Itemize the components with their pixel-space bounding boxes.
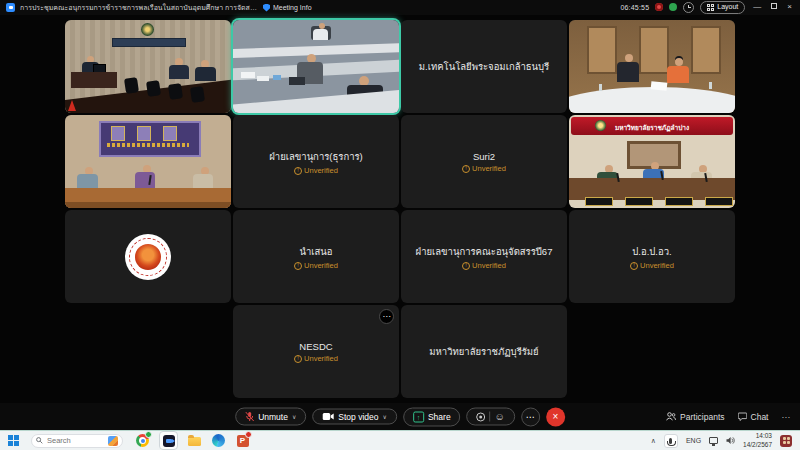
meeting-info-button[interactable]: Meeting Info [263,4,312,12]
maximize-button[interactable] [769,3,779,11]
speaker-icon[interactable] [726,436,735,445]
search-highlights-icon[interactable] [108,436,118,446]
zoom-taskbar-icon[interactable] [159,431,178,450]
name-plate [585,197,613,206]
info-icon: ! [462,165,470,173]
bottle [709,82,712,89]
record-indicator[interactable] [655,3,663,11]
info-icon: ! [630,262,638,270]
language-indicator[interactable]: ENG [686,437,701,444]
chat-label: Chat [751,412,769,422]
video-tile-presenter[interactable]: นำเสนอ ! Unverified [233,210,399,303]
wall-banner [112,38,186,47]
more-right-button[interactable]: ⋯ [782,412,791,422]
video-tile-lampang-rajabhat[interactable]: มหาวิทยาลัยราชภัฏลำปาง [569,115,735,208]
tray-mic-icon[interactable] [664,434,678,448]
tray-chevron-up-icon[interactable]: ∧ [651,437,656,445]
portrait [111,126,125,141]
participant-name: NESDC [299,341,332,352]
clock-date: 14/2/2567 [743,441,772,449]
powerpoint-badge [245,431,252,438]
unverified-label: Unverified [304,262,338,270]
camera-icon [322,413,334,421]
video-tile-buriram-rajabhat[interactable]: มหาวิทยาลัยราชภัฏบุรีรัมย์ [401,305,567,398]
video-tile-purple-sign-room[interactable] [65,115,231,208]
network-monitor-icon[interactable] [709,437,718,444]
table-edge [65,202,231,208]
clock-icon[interactable] [683,2,694,13]
taskbar-clock[interactable]: 14:03 14/2/2567 [743,432,772,448]
edge-icon[interactable] [211,433,226,448]
video-tile-po-po-ow[interactable]: ป.อ.ป.อว. ! Unverified [569,210,735,303]
video-tile-active-speaker[interactable] [233,20,399,113]
connection-status-indicator[interactable] [669,3,677,11]
video-tile-emblem-avatar[interactable] [65,210,231,303]
video-tile-suri2[interactable]: Suri2 ! Unverified [401,115,567,208]
stop-video-button[interactable]: Stop video ∨ [312,408,397,425]
minimize-button[interactable]: — [751,3,763,11]
video-frame [65,115,231,208]
chrome-icon[interactable] [135,433,150,448]
meeting-timer: 06:45:55 [620,4,649,11]
share-label: Share [428,412,451,421]
garuda-emblem-icon [135,244,161,270]
unverified-badge: ! Unverified [462,262,506,270]
folder [273,75,281,80]
chevron-down-icon[interactable]: ∨ [292,414,296,420]
wall-emblem [141,23,154,36]
chair [124,77,139,94]
meeting-title: การประชุมคณะอนุกรรมการข้าราชการพลเรือนใน… [20,2,258,13]
powerpoint-icon[interactable]: P [235,433,250,448]
tray-notification-icon[interactable] [780,435,792,447]
file-explorer-icon[interactable] [187,433,202,448]
more-controls-button[interactable]: ⋯ [521,407,540,426]
shield-icon [263,4,270,12]
video-tile-secretariat[interactable]: ฝ่ายเลขานุการ(ธุรการ) ! Unverified [233,115,399,208]
paper [241,72,255,78]
chair [190,86,205,103]
search-icon [36,437,43,444]
chevron-down-icon[interactable]: ∨ [383,414,387,420]
sign-text [107,143,189,147]
university-banner-text: มหาวิทยาลัยราชภัฏลำปาง [571,123,733,133]
wall-panel [691,26,721,74]
chat-icon [738,412,747,421]
video-tile-nesdc[interactable]: ⋯ NESDC ! Unverified [233,305,399,398]
portrait [163,126,177,141]
meeting-controls: Unmute ∨ Stop video ∨ ↑ Share ☺ ⋯ [0,403,800,430]
share-button[interactable]: ↑ Share [403,407,461,426]
video-tile-kmutt[interactable]: ม.เทคโนโลยีพระจอมเกล้าธนบุรี [401,20,567,113]
person [625,54,633,62]
record-icon[interactable] [477,412,486,421]
person [169,65,189,79]
close-button[interactable]: × [785,3,794,11]
person [617,62,639,82]
participant-name: Suri2 [473,151,495,162]
search-input[interactable] [47,436,99,445]
unverified-badge: ! Unverified [294,167,338,175]
record-reactions-group[interactable]: ☺ [467,408,515,426]
start-button[interactable] [8,435,19,446]
info-icon: ! [294,262,302,270]
laptop [289,77,305,85]
paper [257,76,269,81]
avatar-ring [129,238,167,276]
unverified-badge: ! Unverified [294,355,338,363]
taskbar-search[interactable] [31,434,123,448]
reactions-icon[interactable]: ☺ [495,412,505,422]
person-orange-shirt [667,66,689,83]
leave-meeting-button[interactable]: × [546,407,565,426]
layout-button[interactable]: Layout [700,1,745,13]
wall-panel [639,26,669,74]
wall-panel [587,26,617,74]
unmute-button[interactable]: Unmute ∨ [235,408,306,426]
avatar [125,234,171,280]
video-tile-allocation-secretariat[interactable]: ฝ่ายเลขานุการคณะอนุจัดสรรปี67 ! Unverifi… [401,210,567,303]
participants-button[interactable]: Participants [666,412,724,422]
video-tile-conference-room[interactable] [65,20,231,113]
video-tile-wood-room[interactable] [569,20,735,113]
name-plate [705,197,733,206]
name-plate [665,197,693,206]
bottle [599,84,602,91]
chat-button[interactable]: Chat [738,412,769,422]
